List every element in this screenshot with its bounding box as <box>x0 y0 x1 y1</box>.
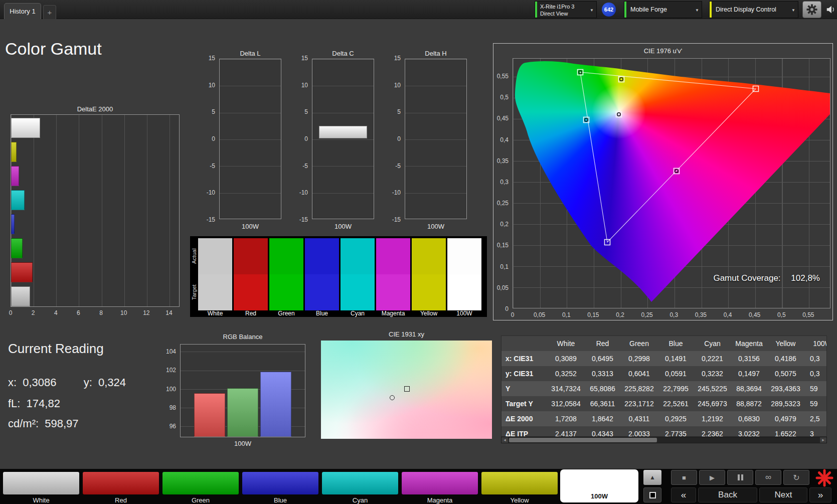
tick: 98 <box>170 404 176 412</box>
scroll-left-button[interactable]: ◂ <box>501 437 508 443</box>
pattern-label: Cyan <box>322 496 398 504</box>
deltae-bar-red <box>11 262 33 282</box>
delta-c-bar <box>319 126 367 138</box>
meter-dropdown[interactable]: X-Rite i1Pro 3 Direct View ▼ <box>535 1 597 18</box>
swatch-label: Cyan <box>341 310 375 317</box>
cell: 2,2362 <box>694 426 731 437</box>
current-reading-title: Current Reading <box>8 341 104 357</box>
pattern-label: Blue <box>242 496 318 504</box>
delta-l-x-label: 100W <box>219 223 281 230</box>
tick: 0,45 <box>745 311 765 319</box>
back-chevrons-button[interactable]: « <box>671 487 696 502</box>
tick: 0,1 <box>556 311 576 319</box>
continuous-measure-button[interactable]: ∞ <box>755 470 781 485</box>
plus-icon: + <box>48 8 52 17</box>
pattern-button-yellow[interactable] <box>481 472 558 494</box>
stop-button[interactable]: ■ <box>671 470 697 485</box>
rgb-bar-red <box>194 393 225 437</box>
play-button[interactable]: ▶ <box>699 470 725 485</box>
cell: 22,7995 <box>657 381 694 396</box>
pattern-button-green[interactable] <box>162 472 239 494</box>
settings-button[interactable] <box>802 1 821 18</box>
target-swatches <box>198 274 481 310</box>
pattern-button-magenta[interactable] <box>402 472 478 494</box>
cie1976-y-axis: 0,55 0,5 0,45 0,4 0,35 0,3 0,25 0,2 0,15… <box>493 72 511 313</box>
tick: 15 <box>394 54 401 62</box>
new-tab-button[interactable]: + <box>43 5 56 19</box>
rgb-balance-chart <box>180 344 305 437</box>
cell: 88,8872 <box>731 396 767 411</box>
scroll-thumb[interactable] <box>509 438 657 442</box>
next-chevrons-button[interactable]: » <box>809 487 831 502</box>
pattern-button-100w-selected[interactable]: 100W <box>561 470 637 501</box>
cell: 3 <box>804 426 827 437</box>
cell: 0,1497 <box>731 366 767 381</box>
pattern-up-button[interactable]: ▲ <box>643 470 661 485</box>
pause-button[interactable] <box>727 470 753 485</box>
cell: 1,6522 <box>767 426 804 437</box>
speaker-button[interactable] <box>825 4 836 15</box>
table-hscrollbar[interactable]: ◂ ▸ <box>501 437 827 443</box>
tick: 10 <box>117 309 131 317</box>
fl-label: fL: <box>8 397 20 410</box>
tick: -10 <box>392 189 401 197</box>
pattern-button-blue[interactable] <box>242 472 318 494</box>
tick: 0,1 <box>500 263 509 271</box>
deltae-x-axis: 0 2 4 6 8 10 12 14 <box>4 309 176 317</box>
pattern-button-red[interactable] <box>83 472 159 494</box>
scroll-left-icon: ◂ <box>504 437 506 442</box>
next-button[interactable]: Next <box>759 487 807 502</box>
table-row: Y 314,7324 65,8086 225,8282 22,7995 245,… <box>501 381 827 396</box>
swatch-label: Yellow <box>412 310 446 317</box>
source-dropdown[interactable]: Mobile Forge ▼ <box>624 1 702 18</box>
scroll-right-button[interactable]: ▸ <box>820 437 826 443</box>
row-label: Y <box>501 381 548 396</box>
cie1931-chart <box>321 341 492 439</box>
cell: 0,4311 <box>621 411 657 426</box>
measurement-table: White Red Green Blue Cyan Magenta Yellow… <box>501 336 827 437</box>
tick: 15 <box>301 54 308 62</box>
pattern-button-white[interactable] <box>3 472 79 494</box>
next-label: Next <box>775 490 792 500</box>
display-control-dropdown[interactable]: Direct Display Control ▼ <box>709 1 798 18</box>
column-header: Blue <box>657 336 694 351</box>
cell: 0,3089 <box>548 351 584 366</box>
tick: 0,4 <box>500 136 509 144</box>
meter-name: X-Rite i1Pro 3 <box>540 3 596 10</box>
cie1976-panel: CIE 1976 u'v' 0,55 0,5 0,45 0,4 0,35 0,3… <box>493 43 833 320</box>
delta-h-x-label: 100W <box>405 223 467 230</box>
infinity-icon: ∞ <box>765 472 771 482</box>
swatch <box>269 274 303 310</box>
cie1976-x-axis: 0 0,05 0,1 0,15 0,2 0,25 0,3 0,35 0,4 0,… <box>503 311 818 319</box>
back-button[interactable]: Back <box>698 487 757 502</box>
swatch-label: Blue <box>305 310 339 317</box>
cell: 2,4137 <box>548 426 584 437</box>
deltae-bar-white <box>11 286 30 306</box>
top-bar: History 1 + X-Rite i1Pro 3 Direct View ▼… <box>0 0 837 19</box>
pattern-window-icon <box>649 492 656 498</box>
meter-count-badge[interactable]: 642 <box>602 3 616 17</box>
tick: 0,45 <box>497 114 509 122</box>
tab-history-1[interactable]: History 1 <box>4 3 41 19</box>
delta-c-x-label: 100W <box>312 223 374 230</box>
current-reading-fl: fL: 174,82 <box>8 397 60 410</box>
pattern-button-cyan[interactable] <box>322 472 398 494</box>
tick: 0 <box>304 135 308 143</box>
cell: 0,5075 <box>767 366 804 381</box>
cell: 65,8086 <box>584 381 621 396</box>
alert-asterisk-button[interactable] <box>815 469 834 487</box>
cell: 0,6830 <box>731 411 767 426</box>
swatch <box>447 274 481 310</box>
measurement-table-viewport: White Red Green Blue Cyan Magenta Yellow… <box>501 335 827 437</box>
chevron-down-icon: ▼ <box>695 8 699 13</box>
pattern-label: Red <box>83 496 159 504</box>
pattern-window-button[interactable] <box>643 487 661 502</box>
pattern-label-selected: 100W <box>561 492 637 500</box>
cell: 0,3232 <box>694 366 731 381</box>
repeat-button[interactable]: ↻ <box>783 470 809 485</box>
table-row: ΔE ITP 2,4137 0,4343 2,0033 2,7735 2,236… <box>501 426 827 437</box>
delta-h-chart <box>405 59 467 219</box>
marker-cyan-actual <box>585 118 588 121</box>
tick: -10 <box>207 189 215 197</box>
swatch <box>269 238 303 274</box>
